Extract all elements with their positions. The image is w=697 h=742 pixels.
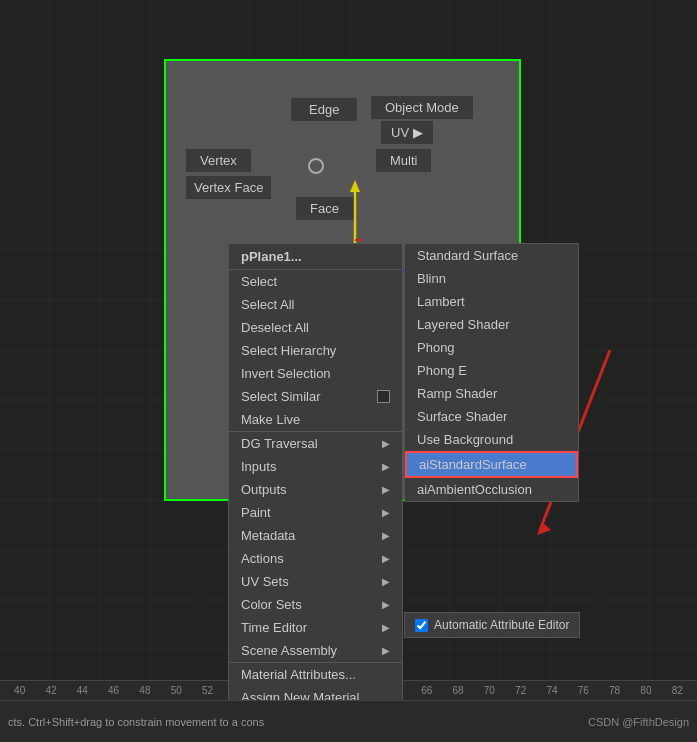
menu-item-material-attributes[interactable]: Material Attributes...	[229, 662, 402, 686]
status-text: cts. Ctrl+Shift+drag to constrain moveme…	[8, 716, 264, 728]
context-menu: pPlane1... Select Select All Deselect Al…	[228, 243, 403, 700]
menu-item-scene-assembly[interactable]: Scene Assembly ▶	[229, 639, 402, 662]
uv-mode-button[interactable]: UV ▶	[380, 120, 434, 145]
sub-menu-item-ai-standard-surface[interactable]: aiStandardSurface	[405, 451, 578, 478]
sub-menu-materials: Standard Surface Blinn Lambert Layered S…	[404, 243, 579, 502]
sub-menu-item-ramp-shader[interactable]: Ramp Shader	[405, 382, 578, 405]
menu-item-select-all[interactable]: Select All	[229, 293, 402, 316]
menu-item-uv-sets[interactable]: UV Sets ▶	[229, 570, 402, 593]
menu-item-outputs[interactable]: Outputs ▶	[229, 478, 402, 501]
context-menu-title: pPlane1...	[229, 244, 402, 270]
sub-menu-item-blinn[interactable]: Blinn	[405, 267, 578, 290]
sub-menu-item-surface-shader[interactable]: Surface Shader	[405, 405, 578, 428]
menu-item-paint[interactable]: Paint ▶	[229, 501, 402, 524]
viewport: Edge Object Mode UV ▶ Multi Vertex Verte…	[0, 0, 697, 700]
sub-menu-item-standard-surface[interactable]: Standard Surface	[405, 244, 578, 267]
menu-item-dg-traversal[interactable]: DG Traversal ▶	[229, 431, 402, 455]
menu-item-invert-selection[interactable]: Invert Selection	[229, 362, 402, 385]
menu-item-metadata[interactable]: Metadata ▶	[229, 524, 402, 547]
automatic-attribute-editor-checkbox[interactable]	[415, 619, 428, 632]
sub-menu-item-lambert[interactable]: Lambert	[405, 290, 578, 313]
status-bar: cts. Ctrl+Shift+drag to constrain moveme…	[0, 700, 697, 742]
menu-item-select[interactable]: Select	[229, 270, 402, 293]
vertex-mode-button[interactable]: Vertex	[185, 148, 252, 173]
sub-menu-item-ai-ambient-occlusion[interactable]: aiAmbientOcclusion	[405, 478, 578, 501]
sub-menu-item-use-background[interactable]: Use Background	[405, 428, 578, 451]
multi-mode-button[interactable]: Multi	[375, 148, 432, 173]
menu-item-time-editor[interactable]: Time Editor ▶	[229, 616, 402, 639]
edge-mode-button[interactable]: Edge	[290, 97, 358, 122]
sub-menu-item-layered-shader[interactable]: Layered Shader	[405, 313, 578, 336]
status-right-text: CSDN @FifthDesign	[588, 716, 689, 728]
menu-item-select-hierarchy[interactable]: Select Hierarchy	[229, 339, 402, 362]
vertex-face-mode-button[interactable]: Vertex Face	[185, 175, 272, 200]
menu-item-make-live[interactable]: Make Live	[229, 408, 402, 431]
sub-menu-item-phong-e[interactable]: Phong E	[405, 359, 578, 382]
object-mode-button[interactable]: Object Mode	[370, 95, 474, 120]
menu-item-deselect-all[interactable]: Deselect All	[229, 316, 402, 339]
menu-item-assign-new-material[interactable]: Assign New Material...	[229, 686, 402, 700]
circle-indicator	[308, 158, 324, 174]
menu-item-color-sets[interactable]: Color Sets ▶	[229, 593, 402, 616]
sub-menu-item-phong[interactable]: Phong	[405, 336, 578, 359]
menu-item-select-similar[interactable]: Select Similar	[229, 385, 402, 408]
automatic-attribute-editor-row: Automatic Attribute Editor	[404, 612, 580, 638]
select-similar-checkbox[interactable]	[377, 390, 390, 403]
automatic-attribute-editor-label: Automatic Attribute Editor	[434, 618, 569, 632]
face-mode-button[interactable]: Face	[295, 196, 354, 221]
menu-item-actions[interactable]: Actions ▶	[229, 547, 402, 570]
menu-item-inputs[interactable]: Inputs ▶	[229, 455, 402, 478]
